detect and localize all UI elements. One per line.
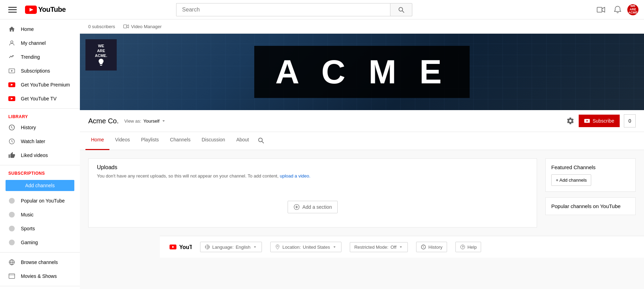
movies-shows-label: Movies & Shows [21, 273, 57, 279]
trending-icon [8, 53, 15, 60]
sidebar-item-subscriptions[interactable]: Subscriptions [0, 64, 80, 78]
view-as: View as: Yourself [124, 118, 166, 124]
location-icon [275, 244, 280, 250]
sidebar-item-sports[interactable]: Sports [0, 222, 80, 236]
sidebar-item-music[interactable]: Music [0, 208, 80, 222]
svg-point-9 [11, 41, 13, 43]
sidebar-subscriptions-label: Subscriptions [21, 68, 50, 74]
video-manager-link[interactable]: Video Manager [123, 24, 162, 29]
featured-channels-title: Featured Channels [551, 164, 630, 170]
history-icon [8, 124, 15, 131]
nav-right: WE AREACME [594, 3, 638, 17]
language-chevron-icon [253, 245, 257, 249]
subscribe-button[interactable]: Subscribe [579, 115, 620, 127]
svg-text:YouTube: YouTube [179, 244, 192, 250]
sidebar-item-home[interactable]: Home [0, 22, 80, 36]
bell-icon [613, 6, 622, 14]
home-icon [8, 26, 15, 33]
person-icon [8, 40, 15, 47]
subscriptions-title: SUBSCRIPTIONS [0, 168, 80, 177]
uploads-empty-text: You don't have any recent uploads, so th… [97, 173, 528, 179]
sidebar-item-browse-channels[interactable]: Browse channels [0, 255, 80, 269]
view-as-value: Yourself [143, 118, 160, 124]
banner-logo-line3: ACME. [95, 53, 107, 58]
camera-icon [597, 6, 605, 14]
add-section-icon [294, 204, 300, 210]
tab-playlists[interactable]: Playlists [135, 132, 164, 150]
footer-language[interactable]: Language: English [200, 242, 262, 252]
avatar-text: WE AREACME [627, 5, 638, 15]
tab-videos[interactable]: Videos [109, 132, 135, 150]
top-nav: YouTube WE AREACME [0, 0, 644, 19]
svg-rect-0 [8, 7, 17, 8]
sidebar-item-popular[interactable]: Popular on YouTube [0, 194, 80, 208]
browse-icon [8, 259, 15, 266]
footer-history[interactable]: History [416, 242, 447, 252]
search-bar [176, 3, 412, 16]
sidebar-item-gaming-bottom[interactable]: Gaming [0, 286, 80, 289]
sidebar-item-watch-later[interactable]: Watch later [0, 134, 80, 148]
gaming-icon [8, 239, 15, 246]
sidebar-browse-section: Browse channels Movies & Shows [0, 253, 80, 286]
location-value: United States [303, 245, 330, 250]
add-channels-link[interactable]: + Add channels [551, 174, 591, 186]
svg-point-19 [9, 226, 15, 232]
youtube-logo-text: YouTube [38, 6, 66, 14]
channel-info-right: Subscribe 0 [566, 114, 636, 127]
tab-home[interactable]: Home [85, 132, 109, 150]
channel-sidebar: Featured Channels + Add channels Popular… [545, 158, 636, 228]
svg-point-28 [258, 138, 262, 142]
footer-restricted-mode[interactable]: Restricted Mode: Off [350, 242, 408, 252]
history-footer-icon [421, 244, 426, 250]
movies-icon [8, 273, 15, 280]
tab-channels[interactable]: Channels [164, 132, 196, 150]
channel-settings-icon[interactable] [566, 117, 575, 125]
subscribers-count: 0 subscribers [88, 24, 115, 29]
notifications-button[interactable] [611, 3, 625, 17]
avatar-button[interactable]: WE AREACME [627, 4, 638, 15]
view-as-select[interactable]: Yourself [143, 118, 167, 124]
popular-icon [8, 197, 15, 204]
svg-marker-8 [602, 7, 605, 12]
subscribe-yt-icon [584, 119, 590, 123]
tab-about[interactable]: About [231, 132, 255, 150]
footer-help[interactable]: ? Help [455, 242, 481, 252]
sidebar-item-movies-shows[interactable]: Movies & Shows [0, 269, 80, 283]
sidebar-item-trending[interactable]: Trending [0, 50, 80, 64]
music-icon [8, 211, 15, 218]
sidebar-main-section: Home My channel Trending Subscriptions [0, 19, 80, 109]
sidebar-item-gaming[interactable]: Gaming [0, 236, 80, 249]
tab-discussion[interactable]: Discussion [196, 132, 231, 150]
help-footer-label: Help [468, 245, 477, 250]
video-manager-icon [123, 24, 129, 29]
svg-rect-2 [8, 12, 17, 13]
sidebar-item-yt-premium[interactable]: Get YouTube Premium [0, 78, 80, 92]
footer-location[interactable]: Location: United States [270, 242, 341, 252]
camera-button[interactable] [594, 3, 608, 17]
add-section-button[interactable]: Add a section [288, 201, 338, 213]
upload-video-link[interactable]: upload a video. [280, 173, 310, 179]
tab-search-icon[interactable] [255, 132, 267, 150]
uploads-empty-message: You don't have any recent uploads, so th… [97, 173, 279, 179]
sidebar-trending-label: Trending [21, 54, 40, 60]
sidebar-item-liked-videos[interactable]: Liked videos [0, 148, 80, 162]
sidebar-item-history[interactable]: History [0, 121, 80, 134]
svg-marker-25 [127, 25, 129, 28]
lightbulb-icon [97, 58, 105, 66]
banner-acme-text: A C M E [254, 46, 469, 98]
subscribe-label: Subscribe [593, 118, 614, 124]
search-button[interactable] [390, 3, 412, 16]
sidebar-item-my-channel[interactable]: My channel [0, 36, 80, 50]
sidebar-item-yt-tv[interactable]: Get YouTube TV [0, 92, 80, 106]
view-as-label: View as: [124, 118, 141, 124]
sidebar-yt-premium-label: Get YouTube Premium [21, 82, 70, 88]
sidebar-sports-label: Sports [21, 226, 35, 231]
sidebar-subscriptions-section: SUBSCRIPTIONS Add channels Popular on Yo… [0, 165, 80, 253]
menu-button[interactable] [6, 3, 19, 17]
add-channels-button[interactable]: Add channels [6, 180, 74, 191]
add-section-label: Add a section [303, 204, 332, 210]
svg-marker-11 [11, 70, 13, 72]
youtube-logo[interactable]: YouTube [25, 6, 66, 14]
search-input[interactable] [176, 3, 390, 16]
channel-header-bar: 0 subscribers Video Manager [80, 19, 644, 34]
